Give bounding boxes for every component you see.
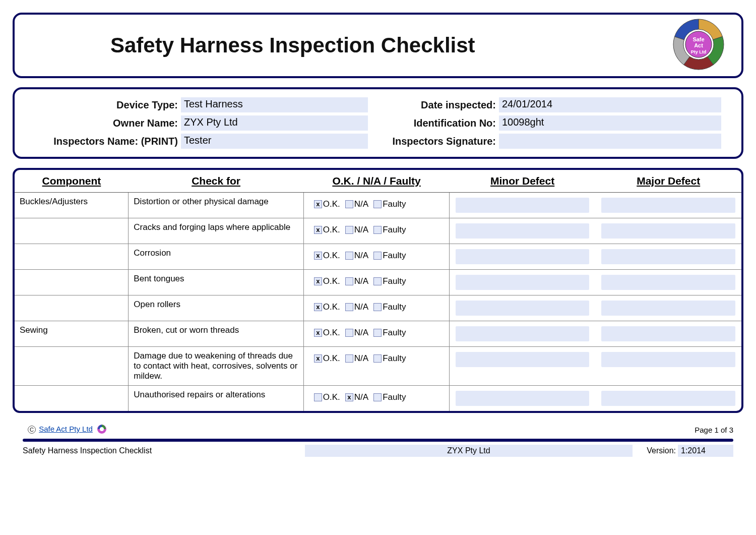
faulty-label: Faulty bbox=[383, 328, 406, 337]
na-checkbox[interactable] bbox=[345, 200, 353, 208]
minor-defect-input[interactable] bbox=[456, 326, 589, 341]
inspectors-signature-value[interactable] bbox=[499, 134, 721, 149]
na-checkbox[interactable] bbox=[345, 226, 353, 234]
component-cell bbox=[15, 270, 129, 295]
header-minor: Minor Defect bbox=[450, 170, 596, 193]
major-defect-input[interactable] bbox=[601, 352, 735, 367]
svg-point-5 bbox=[100, 427, 104, 431]
ok-label: O.K. bbox=[323, 199, 340, 209]
na-label: N/A bbox=[354, 328, 368, 337]
ok-checkbox[interactable] bbox=[314, 354, 322, 363]
header-component: Component bbox=[15, 170, 129, 193]
footer-company: ZYX Pty Ltd bbox=[305, 445, 633, 457]
owner-name-value[interactable]: ZYX Pty Ltd bbox=[181, 115, 368, 131]
status-cell: O.K.N/AFaulty bbox=[303, 193, 450, 218]
na-checkbox[interactable] bbox=[345, 354, 353, 363]
faulty-label: Faulty bbox=[383, 225, 406, 234]
faulty-checkbox[interactable] bbox=[373, 226, 382, 234]
major-defect-cell bbox=[595, 218, 741, 244]
major-defect-cell bbox=[595, 347, 741, 386]
major-defect-input[interactable] bbox=[601, 223, 735, 239]
ok-checkbox[interactable] bbox=[314, 303, 322, 311]
ok-checkbox[interactable] bbox=[314, 329, 322, 337]
footer-top: C Safe Act Pty Ltd Page 1 of 3 bbox=[13, 422, 743, 438]
faulty-checkbox[interactable] bbox=[373, 393, 382, 401]
na-checkbox[interactable] bbox=[345, 252, 353, 260]
minor-defect-input[interactable] bbox=[456, 301, 589, 316]
minor-defect-input[interactable] bbox=[456, 275, 589, 290]
ok-checkbox[interactable] bbox=[314, 277, 322, 285]
component-cell: Buckles/Adjusters bbox=[15, 193, 129, 218]
status-cell: O.K.N/AFaulty bbox=[303, 347, 450, 386]
status-cell: O.K.N/AFaulty bbox=[303, 244, 450, 270]
faulty-label: Faulty bbox=[383, 302, 406, 312]
faulty-checkbox[interactable] bbox=[373, 303, 382, 311]
faulty-label: Faulty bbox=[383, 353, 406, 363]
inspectors-name-value[interactable]: Tester bbox=[181, 134, 368, 149]
minor-defect-input[interactable] bbox=[456, 352, 589, 367]
faulty-checkbox[interactable] bbox=[373, 329, 382, 337]
faulty-label: Faulty bbox=[383, 276, 406, 286]
date-inspected-label: Date inspected: bbox=[378, 99, 499, 111]
na-label: N/A bbox=[354, 353, 368, 363]
minor-defect-input[interactable] bbox=[456, 391, 589, 406]
ok-checkbox[interactable] bbox=[314, 226, 322, 234]
device-type-value[interactable]: Test Harness bbox=[181, 97, 368, 112]
ok-label: O.K. bbox=[323, 392, 340, 402]
ok-checkbox[interactable] bbox=[314, 252, 322, 260]
ok-label: O.K. bbox=[323, 302, 340, 312]
faulty-label: Faulty bbox=[383, 251, 406, 260]
minor-defect-input[interactable] bbox=[456, 198, 589, 213]
na-checkbox[interactable] bbox=[345, 277, 353, 285]
table-row: Unauthorised repairs or alterationsO.K.N… bbox=[15, 386, 741, 411]
na-label: N/A bbox=[354, 225, 368, 234]
footer-bottom: Safety Harness Inspection Checklist ZYX … bbox=[13, 445, 743, 457]
footer-divider bbox=[23, 439, 733, 442]
minor-defect-cell bbox=[450, 244, 596, 270]
component-cell bbox=[15, 347, 129, 386]
date-inspected-value[interactable]: 24/01/2014 bbox=[499, 97, 721, 112]
owner-name-label: Owner Name: bbox=[25, 117, 181, 129]
table-row: Cracks and forging laps where applicable… bbox=[15, 218, 741, 244]
faulty-checkbox[interactable] bbox=[373, 277, 382, 285]
major-defect-input[interactable] bbox=[601, 391, 735, 406]
copyright-link[interactable]: Safe Act Pty Ltd bbox=[39, 425, 93, 433]
inspectors-signature-label: Inspectors Signature: bbox=[378, 136, 499, 147]
major-defect-cell bbox=[595, 270, 741, 295]
footer-version-value: 1:2014 bbox=[678, 445, 733, 457]
major-defect-input[interactable] bbox=[601, 275, 735, 290]
ok-checkbox[interactable] bbox=[314, 393, 322, 401]
major-defect-cell bbox=[595, 295, 741, 321]
major-defect-input[interactable] bbox=[601, 326, 735, 341]
na-label: N/A bbox=[354, 392, 368, 402]
ok-label: O.K. bbox=[323, 353, 340, 363]
faulty-checkbox[interactable] bbox=[373, 200, 382, 208]
na-checkbox[interactable] bbox=[345, 303, 353, 311]
major-defect-input[interactable] bbox=[601, 249, 735, 264]
check-for-cell: Corrosion bbox=[129, 244, 303, 270]
major-defect-input[interactable] bbox=[601, 198, 735, 213]
check-for-cell: Cracks and forging laps where applicable bbox=[129, 218, 303, 244]
minor-defect-input[interactable] bbox=[456, 223, 589, 239]
ok-checkbox[interactable] bbox=[314, 200, 322, 208]
minor-defect-input[interactable] bbox=[456, 249, 589, 264]
na-checkbox[interactable] bbox=[345, 329, 353, 337]
header-major: Major Defect bbox=[595, 170, 741, 193]
na-label: N/A bbox=[354, 199, 368, 209]
table-row: Damage due to weakening of threads due t… bbox=[15, 347, 741, 386]
na-checkbox[interactable] bbox=[345, 393, 353, 401]
faulty-label: Faulty bbox=[383, 392, 406, 402]
faulty-checkbox[interactable] bbox=[373, 252, 382, 260]
minor-defect-cell bbox=[450, 386, 596, 411]
table-row: Open rollersO.K.N/AFaulty bbox=[15, 295, 741, 321]
na-label: N/A bbox=[354, 251, 368, 260]
identification-no-value[interactable]: 10098ght bbox=[499, 115, 721, 131]
minor-defect-cell bbox=[450, 347, 596, 386]
component-cell: Sewing bbox=[15, 321, 129, 347]
check-for-cell: Broken, cut or worn threads bbox=[129, 321, 303, 347]
major-defect-input[interactable] bbox=[601, 301, 735, 316]
copyright-icon: C bbox=[28, 426, 36, 434]
faulty-checkbox[interactable] bbox=[373, 354, 382, 363]
company-logo: Safe Act Pty Ltd bbox=[671, 17, 726, 74]
check-for-cell: Unauthorised repairs or alterations bbox=[129, 386, 303, 411]
